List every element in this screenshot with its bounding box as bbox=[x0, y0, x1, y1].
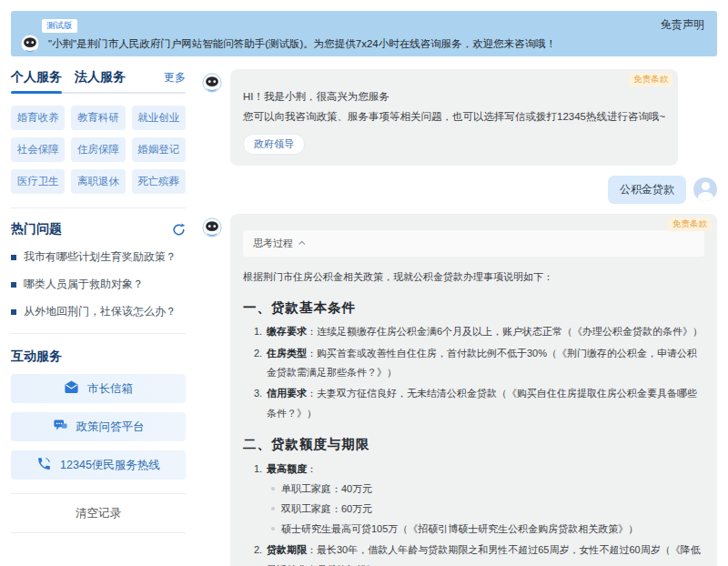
square-bullet-icon bbox=[11, 282, 16, 288]
sub-list-item: 单职工家庭：40万元 bbox=[243, 479, 704, 499]
service-grid: 婚育收养 教育科研 就业创业 社会保障 住房保障 婚姻登记 医疗卫生 离职退休 … bbox=[11, 106, 186, 194]
service-button-housing[interactable]: 住房保障 bbox=[71, 137, 125, 162]
service-button-education[interactable]: 教育科研 bbox=[71, 106, 125, 130]
list-item: 2.住房类型：购买首套或改善性自住住房，首付款比例不低于30%（《荆门缴存的公积… bbox=[243, 344, 704, 383]
sidebar-item-mayor-mailbox[interactable]: 市长信箱 bbox=[11, 374, 186, 403]
user-message: 公积金贷款 bbox=[202, 176, 717, 204]
service-button-social-security[interactable]: 社会保障 bbox=[11, 137, 65, 162]
main-layout: 个人服务 法人服务 更多 婚育收养 教育科研 就业创业 社会保障 住房保障 婚姻… bbox=[11, 56, 717, 555]
chevron-up-icon bbox=[298, 240, 305, 247]
service-button-marriage-registration[interactable]: 婚姻登记 bbox=[132, 137, 186, 162]
hot-question-item[interactable]: 哪类人员属于救助对象？ bbox=[11, 277, 186, 292]
disclaimer-link[interactable]: 免责声明 bbox=[661, 17, 704, 33]
chat-area: 免责条款 HI！我是小荆，很高兴为您服务 您可以向我咨询政策、服务事项等相关问题… bbox=[202, 56, 717, 555]
service-tabs: 个人服务 法人服务 更多 bbox=[11, 69, 186, 94]
robot-avatar-icon bbox=[202, 217, 222, 238]
service-button-medical[interactable]: 医疗卫生 bbox=[11, 169, 65, 194]
sidebar: 个人服务 法人服务 更多 婚育收养 教育科研 就业创业 社会保障 住房保障 婚姻… bbox=[11, 56, 186, 555]
service-button-marriage[interactable]: 婚育收养 bbox=[11, 106, 65, 130]
hot-questions-title: 热门问题 bbox=[11, 221, 62, 238]
phone-icon bbox=[36, 456, 52, 475]
sidebar-item-12345-hotline[interactable]: 12345便民服务热线 bbox=[11, 450, 186, 480]
clear-history-button[interactable]: 清空记录 bbox=[11, 494, 186, 532]
answer-intro: 根据荆门市住房公积金相关政策，现就公积金贷款办理事项说明如下： bbox=[243, 268, 704, 287]
bot-bubble: 免责条款 HI！我是小荆，很高兴为您服务 您可以向我咨询政策、服务事项等相关问题… bbox=[230, 69, 678, 166]
sub-list-item: 硕士研究生最高可贷105万（《招硕引博硕士研究生公积金购房贷款相关政策》） bbox=[243, 519, 704, 539]
banner-intro-text: "小荆"是荆门市人民政府门户网站智能问答助手(测试版)。为您提供7x24小时在线… bbox=[48, 37, 556, 51]
robot-avatar-icon bbox=[202, 73, 222, 93]
tab-corporate-services[interactable]: 法人服务 bbox=[75, 69, 126, 86]
list-item: 1.缴存要求：连续足额缴存住房公积金满6个月及以上，账户状态正常（《办理公积金贷… bbox=[243, 322, 704, 341]
divider bbox=[11, 532, 186, 533]
list-item: 1.最高额度： bbox=[243, 460, 704, 479]
service-button-funeral[interactable]: 死亡殡葬 bbox=[132, 169, 186, 194]
envelope-icon bbox=[64, 379, 79, 399]
hot-question-item[interactable]: 我市有哪些计划生育奖励政策？ bbox=[11, 249, 186, 265]
chat-bubbles-icon bbox=[53, 418, 68, 437]
bot-greeting-line2: 您可以向我咨询政策、服务事项等相关问题，也可以选择写信或拨打12345热线进行咨… bbox=[243, 107, 665, 127]
more-link[interactable]: 更多 bbox=[164, 70, 186, 86]
message-list: 免责条款 HI！我是小荆，很高兴为您服务 您可以向我咨询政策、服务事项等相关问题… bbox=[202, 69, 717, 566]
bot-greeting-line1: HI！我是小荆，很高兴为您服务 bbox=[243, 87, 665, 107]
robot-avatar-icon bbox=[20, 34, 40, 54]
bot-message-welcome: 免责条款 HI！我是小荆，很高兴为您服务 您可以向我咨询政策、服务事项等相关问题… bbox=[202, 69, 717, 166]
interactive-services-title: 互动服务 bbox=[11, 349, 186, 365]
thinking-process-toggle[interactable]: 思考过程 bbox=[243, 230, 704, 257]
test-version-badge: 测试版 bbox=[42, 19, 77, 33]
suggestion-chip-government-leaders[interactable]: 政府领导 bbox=[243, 134, 305, 155]
divider bbox=[11, 207, 186, 208]
tab-personal-services[interactable]: 个人服务 bbox=[11, 69, 62, 86]
disclaimer-badge: 免责条款 bbox=[629, 73, 672, 86]
sub-list-item: 双职工家庭：60万元 bbox=[243, 499, 704, 519]
sidebar-item-policy-qa-platform[interactable]: 政策问答平台 bbox=[11, 412, 186, 441]
bot-bubble: 免责条款 思考过程 根据荆门市住房公积金相关政策，现就公积金贷款办理事项说明如下… bbox=[230, 214, 717, 566]
hot-question-item[interactable]: 从外地回荆门，社保该怎么办？ bbox=[11, 304, 186, 319]
user-avatar-icon bbox=[693, 177, 717, 201]
list-item: 2.贷款期限：最长30年，借款人年龄与贷款期限之和男性不超过65周岁，女性不超过… bbox=[243, 541, 704, 566]
divider bbox=[11, 333, 186, 334]
service-button-retirement[interactable]: 离职退休 bbox=[71, 169, 125, 194]
section-heading-1: 一、贷款基本条件 bbox=[243, 296, 704, 321]
disclaimer-badge: 免责条款 bbox=[668, 217, 712, 231]
bot-message-answer: 免责条款 思考过程 根据荆门市住房公积金相关政策，现就公积金贷款办理事项说明如下… bbox=[202, 214, 717, 566]
refresh-icon[interactable] bbox=[172, 223, 186, 237]
service-button-employment[interactable]: 就业创业 bbox=[132, 106, 186, 130]
top-banner: 测试版 "小荆"是荆门市人民政府门户网站智能问答助手(测试版)。为您提供7x24… bbox=[11, 11, 717, 56]
section-heading-2: 二、贷款额度与期限 bbox=[243, 432, 704, 458]
square-bullet-icon bbox=[11, 309, 16, 315]
list-item: 3.信用要求：夫妻双方征信良好，无未结清公积金贷款（《购买自住住房提取住房公积金… bbox=[243, 384, 704, 423]
user-bubble: 公积金贷款 bbox=[608, 176, 686, 204]
square-bullet-icon bbox=[11, 255, 16, 260]
